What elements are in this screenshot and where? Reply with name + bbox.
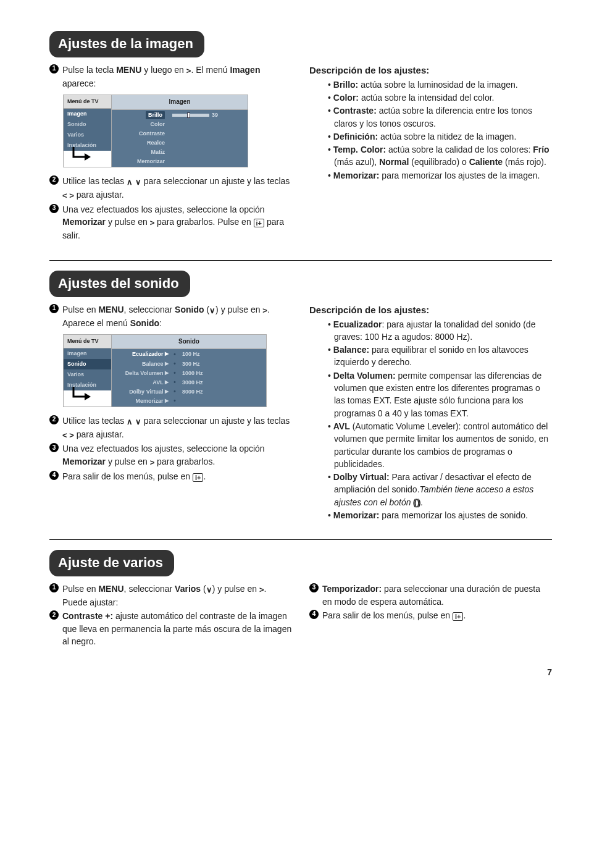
tv-side: Menú de TV Imagen Sonido Varios Instalac…: [64, 335, 112, 407]
left-col-sonido: 1 Pulse en MENU, seleccionar Sonido (∨) …: [49, 303, 292, 523]
cols-varios: 1 Pulse en MENU, seleccionar Varios (∨) …: [49, 583, 552, 649]
tv-side-item: Varios: [64, 369, 111, 380]
desc-title: Descripción de los ajustes:: [309, 64, 552, 77]
text: para grabarlos. Pulse en: [154, 217, 253, 227]
tv-side-header: Menú de TV: [64, 335, 111, 348]
tv-val: 8000 Hz: [178, 387, 207, 397]
tv-side-item: Imagen: [64, 109, 111, 119]
tv-item: Memorizar ▶: [112, 397, 171, 406]
step-num-2: 2: [49, 175, 59, 185]
tv-item: AVL ▶: [112, 378, 171, 387]
arrow-icon: [70, 146, 94, 163]
s2-step4: 4 Para salir de los menús, pulse en i+.: [49, 470, 292, 482]
updown-icon: ∧ ∨: [127, 177, 141, 187]
cols-sonido: 1 Pulse en MENU, seleccionar Sonido (∨) …: [49, 303, 552, 523]
tv-item: Matiz: [112, 148, 169, 157]
tv-main-header: Imagen: [112, 95, 248, 110]
page-number: 7: [49, 666, 552, 678]
tv-item: Dolby Virtual ▶: [112, 387, 171, 397]
s3-step2: 2 Contraste +: ajuste automático del con…: [49, 610, 292, 647]
bullet: Dolby Virtual: Para activar / desactivar…: [328, 471, 552, 508]
bullet: Temp. Color: actúa sobre la calidad de l…: [328, 143, 552, 169]
tv-item: Contraste: [112, 129, 169, 138]
tv-side-item: Sonido: [64, 119, 111, 130]
tv-menu-sonido: Menú de TV Imagen Sonido Varios Instalac…: [63, 334, 267, 407]
tv-side: Menú de TV Imagen Sonido Varios Instalac…: [64, 95, 112, 167]
tv-main-header: Sonido: [112, 335, 266, 350]
cols-imagen: 1 Pulse la tecla MENU y luego en >. El m…: [49, 64, 552, 243]
section-title-sonido: Ajustes del sonido: [49, 271, 190, 297]
s3-step1: 1 Pulse en MENU, seleccionar Varios (∨) …: [49, 583, 292, 609]
divider: [49, 260, 552, 261]
down-icon: ∨: [209, 306, 215, 315]
tv-val: 3000 Hz: [178, 378, 207, 387]
step-num-4: 4: [49, 471, 59, 480]
step-num-3: 3: [49, 443, 59, 452]
bullet: Brillo: actúa sobre la luminosidad de la…: [328, 78, 552, 91]
text: para seleccionar un ajuste y las teclas: [141, 176, 290, 186]
text: Pulse la tecla: [62, 65, 116, 75]
text: y pulse en: [106, 217, 150, 227]
tv-val: 100 Hz: [178, 350, 204, 359]
right-col-sonido: Descripción de los ajustes: Ecualizador:…: [309, 303, 552, 523]
tv-item: Ecualizador ▶: [112, 350, 171, 359]
s1-step1: 1 Pulse la tecla MENU y luego en >. El m…: [49, 64, 292, 90]
tv-item: Brillo: [146, 111, 165, 119]
info-icon: i+: [193, 473, 203, 482]
right-col-imagen: Descripción de los ajustes: Brillo: actú…: [309, 64, 552, 243]
tv-main: Imagen Brillo 39 Color Contraste Realce …: [112, 95, 248, 167]
desc-title: Descripción de los ajustes:: [309, 303, 552, 317]
leftright-icon: < >: [62, 431, 74, 440]
text: Una vez efectuados los ajustes, seleccio…: [62, 204, 265, 214]
left-col-imagen: 1 Pulse la tecla MENU y luego en >. El m…: [49, 64, 292, 243]
right-col-varios: 3 Temporizador: para seleccionar una dur…: [309, 583, 552, 649]
s2-step1: 1 Pulse en MENU, seleccionar Sonido (∨) …: [49, 303, 292, 329]
key-menu: MENU: [98, 305, 123, 314]
leftright-icon: < >: [62, 191, 74, 200]
bullet: AVL (Automatic Volume Leveler): control …: [328, 420, 552, 470]
right-icon: >: [262, 306, 267, 315]
tv-val: 300 Hz: [178, 360, 204, 369]
bullet: Balance: para equilibrar el sonido en lo…: [328, 343, 552, 369]
bullet: Delta Volumen: permite compensar las dif…: [328, 369, 552, 419]
text: y luego en: [141, 65, 186, 75]
text: Utilice las teclas: [62, 176, 127, 186]
tv-main: Sonido Ecualizador ▶•100 Hz Balance ▶•30…: [112, 335, 266, 407]
section-sonido: Ajustes del sonido 1 Pulse en MENU, sele…: [49, 271, 552, 522]
tv-side-item: Sonido: [64, 359, 111, 369]
text: aparece:: [62, 78, 96, 88]
step-num-1: 1: [49, 583, 59, 592]
bullet: Color: actúa sobre la intensidad del col…: [328, 91, 552, 104]
key-menu: MENU: [116, 65, 141, 75]
tv-val: 1000 Hz: [178, 369, 207, 378]
tv-side-item: Imagen: [64, 348, 111, 359]
tv-item: Balance ▶: [112, 360, 171, 369]
info-icon: i+: [254, 219, 264, 227]
divider: [49, 539, 552, 540]
tv-item: Realce: [112, 138, 169, 148]
step-num-1: 1: [49, 64, 59, 74]
section-title-varios: Ajuste de varios: [49, 550, 174, 576]
bullet: Ecualizador: para ajustar la tonalidad d…: [328, 318, 552, 343]
key-menu: MENU: [98, 584, 123, 594]
tv-menu-imagen: Menú de TV Imagen Sonido Varios Instalac…: [63, 95, 248, 167]
bullet: Memorizar: para memorizar los ajustes de…: [328, 169, 552, 182]
bullet: Memorizar: para memorizar los ajustes de…: [328, 509, 552, 521]
s1-step3: 3 Una vez efectuados los ajustes, selecc…: [49, 203, 292, 242]
s3-step4: 4 Para salir de los menús, pulse en i+.: [309, 609, 552, 622]
step-num-2: 2: [49, 415, 59, 424]
section-varios: Ajuste de varios 1 Pulse en MENU, selecc…: [49, 550, 552, 649]
bullet: Definición: actúa sobre la nitidez de la…: [328, 130, 552, 143]
tv-side-header: Menú de TV: [64, 95, 111, 109]
right-icon: >: [259, 585, 264, 594]
text: para ajustar.: [74, 190, 124, 200]
left-col-varios: 1 Pulse en MENU, seleccionar Varios (∨) …: [49, 583, 292, 649]
s1-step2: 2 Utilice las teclas ∧ ∨ para selecciona…: [49, 175, 292, 202]
step-num-2: 2: [49, 610, 59, 620]
arrow-icon: [70, 386, 94, 403]
info-icon: i+: [453, 612, 463, 621]
section-imagen: Ajustes de la imagen 1 Pulse la tecla ME…: [49, 31, 552, 243]
step-num-1: 1: [49, 304, 59, 313]
step-num-4: 4: [309, 610, 319, 619]
slider-value: 39: [212, 111, 218, 119]
